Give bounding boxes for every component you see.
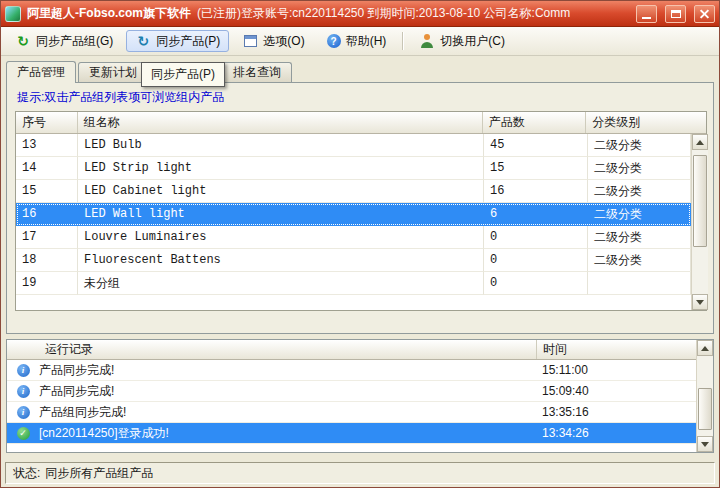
cell-name: LED Strip light bbox=[78, 157, 484, 180]
cell-count: 16 bbox=[484, 180, 588, 203]
scroll-track[interactable] bbox=[697, 356, 713, 436]
table-body: 13 LED Bulb 45 二级分类 14 LED Strip light 1… bbox=[16, 134, 706, 310]
app-window: 阿里超人-Fobso.com旗下软件 (已注册)登录账号:cn220114250… bbox=[0, 0, 720, 488]
table-row[interactable]: 18 Fluorescent Battens 0 二级分类 bbox=[16, 249, 691, 272]
maximize-icon bbox=[671, 10, 681, 18]
close-icon bbox=[695, 6, 714, 22]
table-row[interactable]: 15 LED Cabinet light 16 二级分类 bbox=[16, 180, 691, 203]
toolbar: ↻ 同步产品组(G) ↻ 同步产品(P) 选项(O) ? 帮助(H) 切换用户(… bbox=[1, 27, 719, 56]
log-row[interactable]: i 产品同步完成! 15:11:00 bbox=[7, 360, 696, 381]
col-header-count[interactable]: 产品数 bbox=[483, 112, 587, 133]
scroll-thumb[interactable] bbox=[698, 388, 712, 430]
cell-level: 二级分类 bbox=[588, 226, 691, 249]
button-label: 同步产品(P) bbox=[156, 33, 220, 50]
cell-name: Louvre Luminaires bbox=[78, 226, 484, 249]
scroll-down-icon bbox=[696, 300, 704, 305]
log-header: 运行记录 时间 bbox=[7, 340, 696, 360]
cell-name: LED Cabinet light bbox=[78, 180, 484, 203]
col-header-name[interactable]: 组名称 bbox=[78, 112, 483, 133]
tab-update-plan[interactable]: 更新计划 bbox=[78, 62, 148, 82]
table-row-selected[interactable]: 16 LED Wall light 6 二级分类 bbox=[16, 203, 691, 226]
minimize-icon bbox=[642, 17, 651, 19]
cell-name: 未分组 bbox=[78, 272, 484, 295]
table-scrollbar[interactable] bbox=[691, 134, 708, 310]
cell-count: 0 bbox=[484, 249, 588, 272]
scroll-track[interactable] bbox=[692, 150, 708, 294]
scroll-up-button[interactable] bbox=[692, 134, 708, 150]
col-header-id[interactable]: 序号 bbox=[16, 112, 78, 133]
titlebar: 阿里超人-Fobso.com旗下软件 (已注册)登录账号:cn220114250… bbox=[1, 1, 719, 27]
table-row[interactable]: 19 未分组 0 bbox=[16, 272, 691, 295]
sync-product-group-button[interactable]: ↻ 同步产品组(G) bbox=[6, 30, 122, 52]
status-field: 状态: 同步所有产品组产品 bbox=[5, 462, 715, 484]
status-label: 状态: bbox=[13, 465, 40, 482]
cell-level: 二级分类 bbox=[588, 134, 691, 157]
close-button[interactable] bbox=[694, 5, 715, 23]
log-header-time[interactable]: 时间 bbox=[536, 340, 696, 359]
cell-id: 17 bbox=[16, 226, 78, 249]
window-title: 阿里超人-Fobso.com旗下软件 bbox=[27, 5, 191, 22]
scroll-down-button[interactable] bbox=[697, 436, 713, 452]
log-message: 产品同步完成! bbox=[39, 383, 536, 400]
log-content: 运行记录 时间 i 产品同步完成! 15:11:00 i 产品同步完成! 15:… bbox=[7, 340, 696, 452]
cell-level: 二级分类 bbox=[588, 180, 691, 203]
sync-product-icon: ↻ bbox=[135, 34, 151, 49]
cell-count: 45 bbox=[484, 134, 588, 157]
switch-user-button[interactable]: 切换用户(C) bbox=[410, 30, 514, 52]
log-row[interactable]: i 产品同步完成! 15:09:40 bbox=[7, 381, 696, 402]
cell-level bbox=[588, 272, 691, 295]
app-icon bbox=[5, 6, 21, 22]
cell-level: 二级分类 bbox=[588, 203, 691, 226]
cell-count: 0 bbox=[484, 272, 588, 295]
success-icon: ✓ bbox=[17, 427, 30, 440]
scroll-down-icon bbox=[701, 442, 709, 447]
maximize-button[interactable] bbox=[665, 5, 686, 23]
product-table: 序号 组名称 产品数 分类级别 13 LED Bulb 45 二级分类 14 L… bbox=[15, 111, 707, 311]
tab-product-management[interactable]: 产品管理 bbox=[6, 61, 76, 83]
cell-count: 0 bbox=[484, 226, 588, 249]
sync-product-button[interactable]: ↻ 同步产品(P) bbox=[126, 30, 229, 52]
cell-name: Fluorescent Battens bbox=[78, 249, 484, 272]
table-row[interactable]: 17 Louvre Luminaires 0 二级分类 bbox=[16, 226, 691, 249]
scroll-up-icon bbox=[696, 140, 704, 145]
cell-id: 18 bbox=[16, 249, 78, 272]
log-time: 13:35:16 bbox=[536, 405, 696, 419]
log-row-selected[interactable]: ✓ [cn220114250]登录成功! 13:34:26 bbox=[7, 423, 696, 444]
cell-level: 二级分类 bbox=[588, 157, 691, 180]
help-button[interactable]: ? 帮助(H) bbox=[318, 30, 396, 52]
scroll-down-button[interactable] bbox=[692, 294, 708, 310]
table-row[interactable]: 13 LED Bulb 45 二级分类 bbox=[16, 134, 691, 157]
log-time: 15:11:00 bbox=[536, 363, 696, 377]
scroll-thumb[interactable] bbox=[693, 155, 707, 247]
log-message: 产品组同步完成! bbox=[39, 404, 536, 421]
options-button[interactable]: 选项(O) bbox=[233, 30, 313, 52]
cell-count: 6 bbox=[484, 203, 588, 226]
log-message: [cn220114250]登录成功! bbox=[39, 425, 536, 442]
table-row[interactable]: 14 LED Strip light 15 二级分类 bbox=[16, 157, 691, 180]
minimize-button[interactable] bbox=[636, 5, 657, 23]
help-icon: ? bbox=[327, 34, 341, 48]
log-time: 13:34:26 bbox=[536, 426, 696, 440]
cell-id: 13 bbox=[16, 134, 78, 157]
status-text: 同步所有产品组产品 bbox=[45, 465, 153, 482]
options-icon bbox=[244, 35, 257, 47]
cell-id: 15 bbox=[16, 180, 78, 203]
switch-user-icon bbox=[420, 34, 434, 48]
info-icon: i bbox=[17, 385, 30, 398]
log-scrollbar[interactable] bbox=[696, 340, 713, 452]
table-header: 序号 组名称 产品数 分类级别 bbox=[16, 112, 706, 134]
col-header-level[interactable]: 分类级别 bbox=[586, 112, 706, 133]
log-time: 15:09:40 bbox=[536, 384, 696, 398]
log-row[interactable]: i 产品组同步完成! 13:35:16 bbox=[7, 402, 696, 423]
cell-id: 16 bbox=[16, 203, 78, 226]
scroll-up-icon bbox=[701, 346, 709, 351]
log-header-record[interactable]: 运行记录 bbox=[7, 340, 536, 359]
tab-rank-query[interactable]: 排名查询 bbox=[222, 62, 292, 82]
info-icon: i bbox=[17, 364, 30, 377]
log-panel: 运行记录 时间 i 产品同步完成! 15:11:00 i 产品同步完成! 15:… bbox=[6, 339, 714, 453]
product-panel: 提示:双击产品组列表项可浏览组内产品 序号 组名称 产品数 分类级别 13 LE… bbox=[6, 82, 714, 334]
scroll-up-button[interactable] bbox=[697, 340, 713, 356]
button-label: 切换用户(C) bbox=[440, 33, 505, 50]
cell-id: 14 bbox=[16, 157, 78, 180]
tab-strip: 产品管理 更新计划 智能标题 排名查询 bbox=[1, 56, 719, 82]
